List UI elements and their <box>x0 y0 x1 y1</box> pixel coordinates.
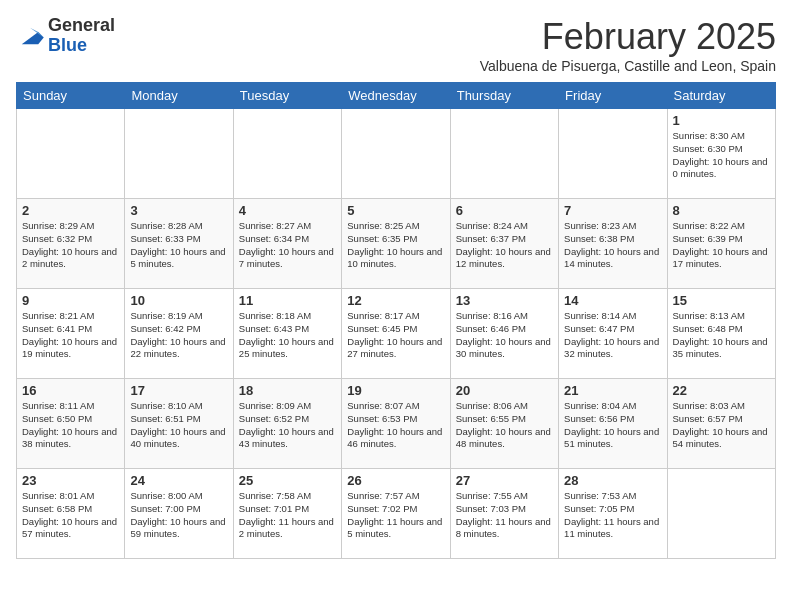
calendar-cell: 19Sunrise: 8:07 AM Sunset: 6:53 PM Dayli… <box>342 379 450 469</box>
day-info: Sunrise: 7:57 AM Sunset: 7:02 PM Dayligh… <box>347 490 444 541</box>
day-info: Sunrise: 8:01 AM Sunset: 6:58 PM Dayligh… <box>22 490 119 541</box>
calendar-cell: 1Sunrise: 8:30 AM Sunset: 6:30 PM Daylig… <box>667 109 775 199</box>
day-info: Sunrise: 8:24 AM Sunset: 6:37 PM Dayligh… <box>456 220 553 271</box>
day-number: 23 <box>22 473 119 488</box>
calendar-cell: 26Sunrise: 7:57 AM Sunset: 7:02 PM Dayli… <box>342 469 450 559</box>
calendar-cell: 13Sunrise: 8:16 AM Sunset: 6:46 PM Dayli… <box>450 289 558 379</box>
calendar-cell: 5Sunrise: 8:25 AM Sunset: 6:35 PM Daylig… <box>342 199 450 289</box>
day-number: 11 <box>239 293 336 308</box>
day-info: Sunrise: 8:17 AM Sunset: 6:45 PM Dayligh… <box>347 310 444 361</box>
day-number: 10 <box>130 293 227 308</box>
col-header-saturday: Saturday <box>667 83 775 109</box>
day-info: Sunrise: 8:07 AM Sunset: 6:53 PM Dayligh… <box>347 400 444 451</box>
day-number: 7 <box>564 203 661 218</box>
day-info: Sunrise: 8:06 AM Sunset: 6:55 PM Dayligh… <box>456 400 553 451</box>
day-info: Sunrise: 8:14 AM Sunset: 6:47 PM Dayligh… <box>564 310 661 361</box>
day-number: 15 <box>673 293 770 308</box>
day-info: Sunrise: 7:53 AM Sunset: 7:05 PM Dayligh… <box>564 490 661 541</box>
logo: General Blue <box>16 16 115 56</box>
title-block: February 2025 Valbuena de Pisuerga, Cast… <box>480 16 776 74</box>
day-info: Sunrise: 8:22 AM Sunset: 6:39 PM Dayligh… <box>673 220 770 271</box>
day-number: 20 <box>456 383 553 398</box>
day-number: 6 <box>456 203 553 218</box>
calendar-week-row: 1Sunrise: 8:30 AM Sunset: 6:30 PM Daylig… <box>17 109 776 199</box>
day-info: Sunrise: 8:30 AM Sunset: 6:30 PM Dayligh… <box>673 130 770 181</box>
day-info: Sunrise: 8:09 AM Sunset: 6:52 PM Dayligh… <box>239 400 336 451</box>
day-number: 21 <box>564 383 661 398</box>
calendar-cell: 24Sunrise: 8:00 AM Sunset: 7:00 PM Dayli… <box>125 469 233 559</box>
calendar-cell: 25Sunrise: 7:58 AM Sunset: 7:01 PM Dayli… <box>233 469 341 559</box>
calendar-cell <box>450 109 558 199</box>
day-number: 4 <box>239 203 336 218</box>
calendar-cell: 27Sunrise: 7:55 AM Sunset: 7:03 PM Dayli… <box>450 469 558 559</box>
day-info: Sunrise: 8:29 AM Sunset: 6:32 PM Dayligh… <box>22 220 119 271</box>
day-number: 24 <box>130 473 227 488</box>
col-header-wednesday: Wednesday <box>342 83 450 109</box>
calendar-cell: 22Sunrise: 8:03 AM Sunset: 6:57 PM Dayli… <box>667 379 775 469</box>
day-info: Sunrise: 8:21 AM Sunset: 6:41 PM Dayligh… <box>22 310 119 361</box>
calendar-cell <box>233 109 341 199</box>
day-info: Sunrise: 8:18 AM Sunset: 6:43 PM Dayligh… <box>239 310 336 361</box>
calendar-header-row: SundayMondayTuesdayWednesdayThursdayFrid… <box>17 83 776 109</box>
day-info: Sunrise: 8:27 AM Sunset: 6:34 PM Dayligh… <box>239 220 336 271</box>
day-info: Sunrise: 7:58 AM Sunset: 7:01 PM Dayligh… <box>239 490 336 541</box>
calendar-cell <box>667 469 775 559</box>
calendar-cell <box>559 109 667 199</box>
logo-blue-text: Blue <box>48 36 115 56</box>
calendar-cell: 6Sunrise: 8:24 AM Sunset: 6:37 PM Daylig… <box>450 199 558 289</box>
day-number: 2 <box>22 203 119 218</box>
calendar-cell: 28Sunrise: 7:53 AM Sunset: 7:05 PM Dayli… <box>559 469 667 559</box>
day-info: Sunrise: 8:28 AM Sunset: 6:33 PM Dayligh… <box>130 220 227 271</box>
day-number: 5 <box>347 203 444 218</box>
calendar-cell <box>125 109 233 199</box>
calendar-cell: 14Sunrise: 8:14 AM Sunset: 6:47 PM Dayli… <box>559 289 667 379</box>
day-number: 16 <box>22 383 119 398</box>
day-info: Sunrise: 8:23 AM Sunset: 6:38 PM Dayligh… <box>564 220 661 271</box>
day-info: Sunrise: 8:03 AM Sunset: 6:57 PM Dayligh… <box>673 400 770 451</box>
calendar-cell: 7Sunrise: 8:23 AM Sunset: 6:38 PM Daylig… <box>559 199 667 289</box>
col-header-thursday: Thursday <box>450 83 558 109</box>
day-number: 14 <box>564 293 661 308</box>
day-number: 25 <box>239 473 336 488</box>
calendar-cell: 4Sunrise: 8:27 AM Sunset: 6:34 PM Daylig… <box>233 199 341 289</box>
day-number: 28 <box>564 473 661 488</box>
day-info: Sunrise: 8:04 AM Sunset: 6:56 PM Dayligh… <box>564 400 661 451</box>
calendar-cell <box>17 109 125 199</box>
svg-marker-0 <box>22 32 44 44</box>
calendar-cell: 8Sunrise: 8:22 AM Sunset: 6:39 PM Daylig… <box>667 199 775 289</box>
calendar-cell: 3Sunrise: 8:28 AM Sunset: 6:33 PM Daylig… <box>125 199 233 289</box>
logo-general-text: General <box>48 16 115 36</box>
day-number: 18 <box>239 383 336 398</box>
day-number: 3 <box>130 203 227 218</box>
day-info: Sunrise: 8:25 AM Sunset: 6:35 PM Dayligh… <box>347 220 444 271</box>
col-header-monday: Monday <box>125 83 233 109</box>
col-header-tuesday: Tuesday <box>233 83 341 109</box>
day-number: 9 <box>22 293 119 308</box>
day-number: 1 <box>673 113 770 128</box>
day-info: Sunrise: 7:55 AM Sunset: 7:03 PM Dayligh… <box>456 490 553 541</box>
calendar-week-row: 16Sunrise: 8:11 AM Sunset: 6:50 PM Dayli… <box>17 379 776 469</box>
col-header-friday: Friday <box>559 83 667 109</box>
page-header: General Blue February 2025 Valbuena de P… <box>16 16 776 74</box>
month-title: February 2025 <box>480 16 776 58</box>
day-info: Sunrise: 8:19 AM Sunset: 6:42 PM Dayligh… <box>130 310 227 361</box>
calendar-cell: 18Sunrise: 8:09 AM Sunset: 6:52 PM Dayli… <box>233 379 341 469</box>
day-number: 26 <box>347 473 444 488</box>
day-info: Sunrise: 8:11 AM Sunset: 6:50 PM Dayligh… <box>22 400 119 451</box>
calendar-week-row: 23Sunrise: 8:01 AM Sunset: 6:58 PM Dayli… <box>17 469 776 559</box>
col-header-sunday: Sunday <box>17 83 125 109</box>
calendar-cell: 17Sunrise: 8:10 AM Sunset: 6:51 PM Dayli… <box>125 379 233 469</box>
day-number: 12 <box>347 293 444 308</box>
day-number: 27 <box>456 473 553 488</box>
day-number: 13 <box>456 293 553 308</box>
day-number: 19 <box>347 383 444 398</box>
calendar-week-row: 9Sunrise: 8:21 AM Sunset: 6:41 PM Daylig… <box>17 289 776 379</box>
calendar-cell: 16Sunrise: 8:11 AM Sunset: 6:50 PM Dayli… <box>17 379 125 469</box>
day-number: 8 <box>673 203 770 218</box>
day-info: Sunrise: 8:10 AM Sunset: 6:51 PM Dayligh… <box>130 400 227 451</box>
calendar-table: SundayMondayTuesdayWednesdayThursdayFrid… <box>16 82 776 559</box>
day-number: 17 <box>130 383 227 398</box>
location-subtitle: Valbuena de Pisuerga, Castille and Leon,… <box>480 58 776 74</box>
calendar-cell <box>342 109 450 199</box>
calendar-cell: 11Sunrise: 8:18 AM Sunset: 6:43 PM Dayli… <box>233 289 341 379</box>
